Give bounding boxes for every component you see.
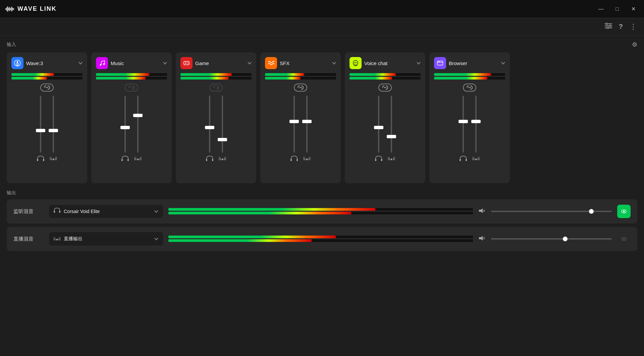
fader-track-2-voicechat[interactable] [391, 96, 392, 153]
channel-dropdown-music[interactable] [163, 61, 167, 65]
channel-header-browser: Browser [434, 57, 505, 69]
fader-thumb-2-wave3[interactable] [49, 129, 58, 132]
svg-point-47 [356, 62, 357, 63]
headphone-icon-game [206, 155, 213, 163]
fader-thumb-1-browser[interactable] [459, 120, 468, 123]
fader-track-2-game[interactable] [222, 96, 223, 153]
faders-area-game [206, 96, 226, 163]
output-section-title: 输出 [7, 190, 637, 196]
svg-point-65 [56, 239, 58, 241]
fader-thumb-2-browser[interactable] [471, 120, 481, 123]
output-slider-thumb-monitor[interactable] [589, 209, 594, 214]
fader-track-2-browser[interactable] [475, 96, 477, 153]
link-button-game[interactable] [209, 84, 223, 92]
svg-rect-27 [121, 159, 123, 161]
fader-track-1-voicechat[interactable] [378, 96, 379, 153]
filter-icon[interactable] [605, 23, 612, 31]
vu-fill-top-browser [434, 73, 491, 76]
fader-thumb-2-game[interactable] [218, 138, 227, 141]
output-ear-button-stream[interactable] [617, 232, 631, 246]
fader-track-1-sfx[interactable] [293, 96, 295, 153]
channel-header-voicechat: Voice chat [350, 57, 421, 69]
link-button-wave3[interactable] [40, 84, 54, 92]
svg-point-51 [391, 159, 392, 160]
vu-bar-bottom-browser [434, 77, 505, 80]
channel-card-wave3: Wave:3 [7, 52, 87, 183]
svg-rect-6 [11, 7, 12, 11]
link-button-browser[interactable] [463, 84, 476, 92]
output-section: 输出 监听混音 Corsair Void Elite [7, 190, 637, 251]
input-section-header: 输入 ⚙ [7, 41, 637, 48]
svg-point-33 [187, 62, 188, 63]
output-slider-thumb-stream[interactable] [563, 237, 568, 241]
faders-area-browser [460, 96, 480, 163]
link-button-music[interactable] [125, 84, 138, 92]
svg-point-59 [475, 159, 477, 160]
toolbar: ? ⋮ [0, 18, 644, 36]
svg-point-23 [100, 64, 102, 66]
fader-col-2-game [219, 96, 226, 163]
output-device-dropdown-monitor[interactable] [154, 210, 158, 213]
output-vu-fill-bottom-stream [168, 239, 312, 242]
fader-thumb-1-sfx[interactable] [289, 120, 299, 123]
fader-thumb-1-music[interactable] [120, 126, 130, 129]
svg-marker-62 [479, 208, 483, 213]
fader-track-1-wave3[interactable] [40, 96, 41, 153]
headphone-icon-sfx [290, 155, 298, 163]
fader-thumb-1-voicechat[interactable] [374, 126, 383, 129]
svg-rect-7 [12, 8, 13, 10]
fader-thumb-2-music[interactable] [133, 114, 143, 117]
fader-track-1-music[interactable] [124, 96, 126, 153]
vu-meter-browser [434, 73, 505, 80]
svg-rect-57 [460, 159, 461, 161]
vu-bar-top-browser [434, 73, 505, 76]
vu-fill-bottom-sfx [265, 77, 301, 80]
maximize-button[interactable]: □ [612, 4, 623, 14]
link-button-voicechat[interactable] [378, 84, 392, 92]
fader-track-2-wave3[interactable] [53, 96, 54, 153]
channel-name-voicechat: Voice chat [364, 60, 414, 66]
fader-thumb-2-sfx[interactable] [302, 120, 312, 123]
help-icon[interactable]: ? [619, 23, 623, 31]
svg-rect-1 [6, 7, 7, 11]
svg-point-39 [222, 159, 223, 160]
output-slider-track-stream[interactable] [491, 238, 612, 240]
more-menu-icon[interactable]: ⋮ [630, 22, 637, 31]
channel-dropdown-wave3[interactable] [78, 61, 83, 65]
output-ear-button-monitor[interactable] [617, 205, 631, 218]
waveform-icon [5, 6, 15, 12]
fader-thumb-2-voicechat[interactable] [387, 135, 396, 138]
close-button[interactable]: ✕ [628, 4, 639, 14]
output-device-monitor[interactable]: Corsair Void Elite [49, 205, 163, 218]
fader-thumb-1-game[interactable] [205, 126, 214, 129]
vu-fill-bottom-game [180, 77, 229, 80]
fader-track-2-sfx[interactable] [306, 96, 308, 153]
svg-point-12 [606, 23, 607, 25]
channel-icon-sfx [265, 57, 277, 69]
input-settings-icon[interactable]: ⚙ [632, 41, 637, 48]
channel-dropdown-game[interactable] [248, 61, 252, 65]
channel-dropdown-sfx[interactable] [332, 61, 336, 65]
fader-track-1-browser[interactable] [463, 96, 464, 153]
fader-track-1-game[interactable] [209, 96, 210, 153]
minimize-button[interactable]: — [596, 4, 606, 14]
vu-fill-bottom-browser [434, 77, 487, 80]
faders-area-sfx [290, 96, 311, 163]
channel-dropdown-browser[interactable] [501, 61, 505, 65]
link-button-sfx[interactable] [294, 84, 307, 92]
headphone-icon-music [121, 155, 129, 163]
output-slider-track-monitor[interactable] [491, 211, 612, 212]
svg-rect-20 [37, 159, 38, 161]
svg-rect-5 [10, 8, 11, 10]
fader-col-2-wave3 [50, 96, 57, 163]
svg-point-29 [137, 159, 139, 160]
fader-track-2-music[interactable] [137, 96, 139, 153]
fader-thumb-1-wave3[interactable] [36, 129, 45, 132]
output-device-stream[interactable]: 直播输出 [49, 232, 163, 246]
svg-point-13 [609, 25, 611, 27]
output-device-dropdown-stream[interactable] [154, 238, 158, 240]
svg-rect-21 [43, 159, 44, 161]
fader-col-2-browser [472, 96, 480, 163]
channel-dropdown-voicechat[interactable] [417, 61, 421, 65]
main-content: 输入 ⚙ Wave:3 [0, 36, 644, 356]
